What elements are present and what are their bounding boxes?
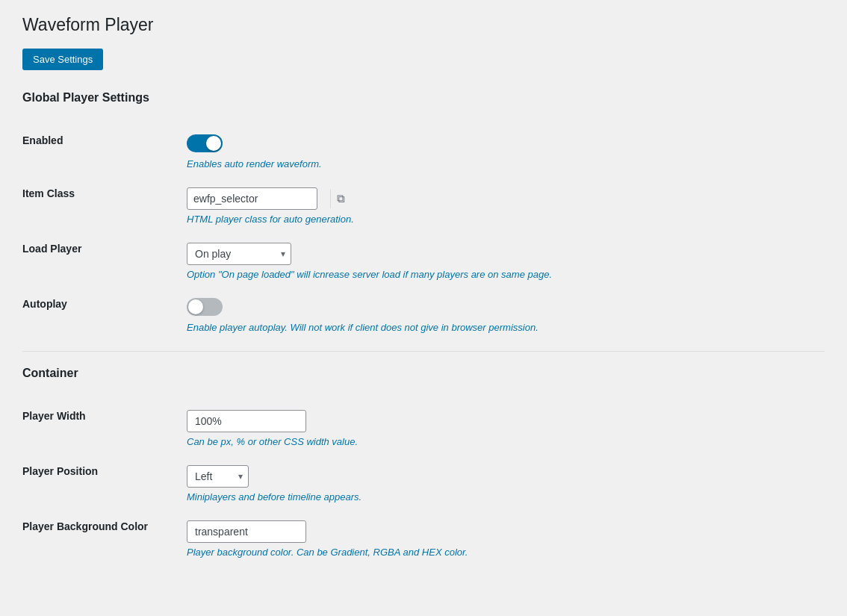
player-position-select[interactable]: Left Center Right [187,465,249,488]
autoplay-toggle-slider [187,298,223,316]
player-bg-color-row: Player Background Color Player backgroun… [22,511,825,567]
load-player-hint: Option "On page loaded" will icnrease se… [187,269,825,280]
item-class-input-wrap: ⧉ [187,187,317,210]
player-position-hint: Miniplayers and before timeline appears. [187,491,825,503]
load-player-label: Load Player [22,243,81,255]
player-position-row: Player Position Left Center Right Minipl… [22,456,825,511]
autoplay-hint: Enable player autoplay. Will not work if… [187,322,825,333]
enabled-label: Enabled [22,134,63,146]
item-class-input[interactable] [187,188,330,209]
autoplay-label: Autoplay [22,298,67,310]
container-section-title: Container [22,367,825,386]
autoplay-toggle[interactable] [187,298,223,316]
player-position-select-wrap: Left Center Right [187,465,249,488]
enabled-hint: Enables auto render waveform. [187,158,825,169]
load-player-row: Load Player On play On page loaded Optio… [22,234,825,289]
item-class-hint: HTML player class for auto generation. [187,214,825,225]
player-bg-color-input[interactable] [187,520,306,543]
player-bg-color-label: Player Background Color [22,520,148,532]
player-bg-color-hint: Player background color. Can be Gradient… [187,547,825,558]
load-player-select[interactable]: On play On page loaded [187,243,291,265]
global-settings-section-title: Global Player Settings [22,91,825,111]
enabled-row: Enabled Enables auto render waveform. [22,125,825,178]
item-class-row: Item Class ⧉ HTML player class for auto … [22,178,825,234]
save-settings-button[interactable]: Save Settings [22,49,103,70]
copy-icon[interactable]: ⧉ [330,189,351,208]
section-divider [22,351,825,352]
enabled-toggle-slider [187,134,223,152]
player-width-hint: Can be px, % or other CSS width value. [187,436,825,447]
player-position-label: Player Position [22,465,98,477]
page-title: Waveform Player [22,15,825,35]
load-player-select-wrap: On play On page loaded [187,243,291,265]
autoplay-row: Autoplay Enable player autoplay. Will no… [22,289,825,342]
enabled-toggle[interactable] [187,134,223,152]
player-width-label: Player Width [22,410,86,422]
player-width-row: Player Width Can be px, % or other CSS w… [22,401,825,456]
player-width-input[interactable] [187,410,306,432]
global-settings-table: Enabled Enables auto render waveform. It… [22,125,825,342]
container-settings-table: Player Width Can be px, % or other CSS w… [22,401,825,567]
item-class-label: Item Class [22,187,75,199]
